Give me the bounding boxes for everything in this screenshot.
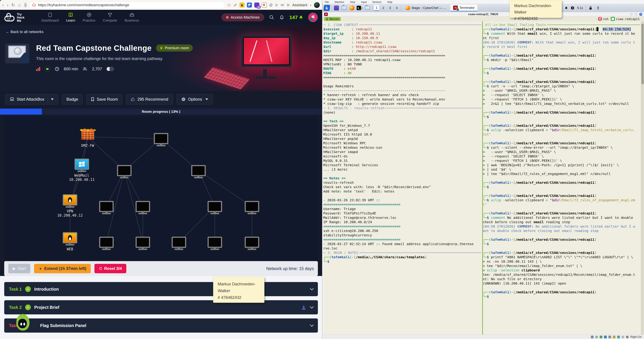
status-display-icon[interactable] <box>617 336 620 338</box>
reader-lines-icon[interactable]: ≡ <box>275 2 278 8</box>
menu-view[interactable]: View <box>350 0 355 3</box>
tmux-left-column[interactable]: ─ 1. CSAW CONTEXT $session : redcap11$ta… <box>323 21 482 334</box>
network-extend-button[interactable]: ＋ Extend (1h 37min left) <box>34 264 90 273</box>
start-attackbox-button[interactable]: Start AttackBox <box>5 94 58 104</box>
nav-item-practice[interactable]: Practice <box>83 12 96 22</box>
microphone-icon[interactable] <box>24 3 27 7</box>
bookmark-star-icon[interactable]: ☆ <box>227 2 231 8</box>
network-start-button[interactable]: ▶ Start <box>8 264 30 273</box>
network-node-m8[interactable] <box>99 237 114 248</box>
launcher-settings-icon[interactable] <box>334 5 340 11</box>
browser-profile-avatar[interactable] <box>314 2 320 8</box>
workspace-3[interactable]: 3 <box>388 5 392 11</box>
tmux-window-tab[interactable]: 1 Recon <box>324 17 341 21</box>
network-node-m11[interactable] <box>208 237 222 248</box>
nav-item-dashboard[interactable]: Dashboard <box>41 12 59 22</box>
launcher-firefox-icon[interactable] <box>349 5 355 11</box>
url-bar[interactable]: https://tryhackme.com/room/redteamcapsto… <box>29 2 225 8</box>
launcher-folder2-icon[interactable] <box>364 5 370 11</box>
network-node-wm[interactable]: WebMail10.200.40.11 <box>69 159 94 182</box>
network-node-fw[interactable]: DMZ-FW <box>81 126 94 148</box>
workspace-4[interactable]: 4 <box>394 5 399 11</box>
terminal-scrollbar[interactable] <box>641 21 644 334</box>
waveform-icon[interactable] <box>280 3 284 7</box>
extension-privacy-icon[interactable] <box>247 2 252 8</box>
window-button-terminator[interactable]: $#3 Terminator <box>450 4 478 11</box>
workspace-1[interactable]: 1 <box>374 5 379 11</box>
site-identity-icon[interactable] <box>32 3 36 7</box>
launcher-terminal-icon[interactable]: $_∨ <box>357 5 363 11</box>
link-icon[interactable] <box>234 3 237 7</box>
pane-results[interactable]: (none)== Tech ==OpenSSH for_Windows_7.7h… <box>323 110 482 250</box>
network-node-m12[interactable] <box>245 237 259 248</box>
sticky-note-top[interactable]: Markus Dachroeden-Walker # 476462432 <box>510 0 562 18</box>
extension-lock-icon[interactable] <box>240 2 244 8</box>
nav-item-learn[interactable]: Learn <box>66 12 75 22</box>
menu-machine[interactable]: Machine <box>334 0 344 3</box>
download-icon[interactable] <box>301 305 306 310</box>
status-usb-icon[interactable] <box>608 336 611 338</box>
minimize-button[interactable] <box>630 13 633 16</box>
reload-icon[interactable]: ↻ <box>11 2 15 8</box>
url-text[interactable]: https://tryhackme.com/room/redteamcapsto… <box>38 3 129 7</box>
menu-file[interactable]: File <box>325 0 329 3</box>
scrollbar-thumb[interactable] <box>642 24 644 84</box>
kali-menu-icon[interactable]: k <box>324 5 330 11</box>
network-node-web[interactable]: WEB <box>63 232 77 251</box>
save-room-button[interactable]: Save Room <box>86 94 122 104</box>
menu-help[interactable]: Help <box>387 0 392 3</box>
access-machines-button[interactable]: Access Machines <box>222 14 264 21</box>
pane-email-tests[interactable]: ┌──(tafe⊛kali)-[/media/sf_shared/CSAW/se… <box>483 27 641 299</box>
power-manager-icon[interactable] <box>571 6 574 10</box>
notifications-icon[interactable] <box>564 6 568 10</box>
options-button[interactable]: Options <box>176 94 213 104</box>
network-node-m9[interactable] <box>136 237 150 248</box>
badge-button[interactable]: Badge <box>62 94 83 104</box>
network-node-m10[interactable] <box>172 237 186 248</box>
network-node-m6[interactable] <box>208 201 222 212</box>
user-avatar[interactable] <box>308 13 318 22</box>
extension-keepass-icon[interactable]: K <box>262 2 267 8</box>
puzzle-extensions-icon[interactable] <box>269 3 273 7</box>
extension-proxy-icon[interactable]: 26 <box>254 2 259 8</box>
back-icon[interactable]: ‹ <box>2 2 4 8</box>
back-to-networks-link[interactable]: ← Back to all networks <box>6 30 44 34</box>
forward-icon[interactable]: › <box>7 2 8 8</box>
status-network-icon[interactable] <box>604 336 607 338</box>
maximize-button[interactable] <box>634 13 638 16</box>
status-mouse-icon[interactable] <box>626 336 629 338</box>
task-row-2[interactable]: Task 2 ✓ Project Brief <box>4 300 318 314</box>
attackbox-dropdown[interactable] <box>48 94 54 104</box>
chevron-down-icon[interactable] <box>310 286 314 290</box>
task-row-1[interactable]: Task 1 ✓ Introduction <box>4 282 318 296</box>
window-button-cyberchef[interactable]: Magic - CyberChef — ... <box>403 4 449 11</box>
chevron-down-icon[interactable] <box>310 323 314 327</box>
network-node-m2[interactable] <box>117 165 132 176</box>
pane-csaw-context[interactable]: $session : redcap11$target_ip : 10.200.4… <box>323 27 482 106</box>
chevron-down-icon[interactable] <box>310 305 314 309</box>
recommend-button[interactable]: 295 Recommend <box>126 94 173 104</box>
status-sharedfolders-icon[interactable] <box>613 336 616 338</box>
search-icon[interactable] <box>269 15 274 20</box>
launcher-files-icon[interactable] <box>341 5 347 11</box>
task-row-3[interactable]: Task Flag Submission Panel <box>4 318 318 332</box>
network-reset-button[interactable]: Reset 3/4 <box>94 264 126 273</box>
assistant-button[interactable]: Assistant <box>287 3 307 7</box>
menu-input[interactable]: Input <box>361 0 366 3</box>
terminator-titlebar[interactable]: $# csaw-redcap11_TMUX <box>322 12 644 16</box>
thm-logo[interactable]: 10 1011100101 01 TryHackMe <box>4 13 24 22</box>
status-recording-icon[interactable] <box>622 336 624 338</box>
status-audio-icon[interactable] <box>600 336 602 338</box>
nav-item-compete[interactable]: Compete <box>103 12 117 22</box>
tray-clock[interactable]: 5:11 <box>577 6 583 10</box>
status-cd-icon[interactable] <box>595 336 598 338</box>
home-icon[interactable]: ⌂ <box>18 2 21 8</box>
pane-main-notes[interactable]: ┌──(tafe⊛kali)-[/media/…/CSAW/share/csaw… <box>323 255 482 264</box>
status-hdd-icon[interactable] <box>591 336 594 338</box>
sticky-note[interactable]: Markus Dachroeden-Walker # 476462432 <box>213 277 264 303</box>
network-node-vpn[interactable]: VPN10.200.40.12 <box>57 194 83 218</box>
logout-icon[interactable] <box>595 6 599 10</box>
points-counter[interactable]: 147 <box>289 14 303 20</box>
close-button[interactable] <box>639 13 642 16</box>
network-node-m7[interactable] <box>245 201 259 212</box>
